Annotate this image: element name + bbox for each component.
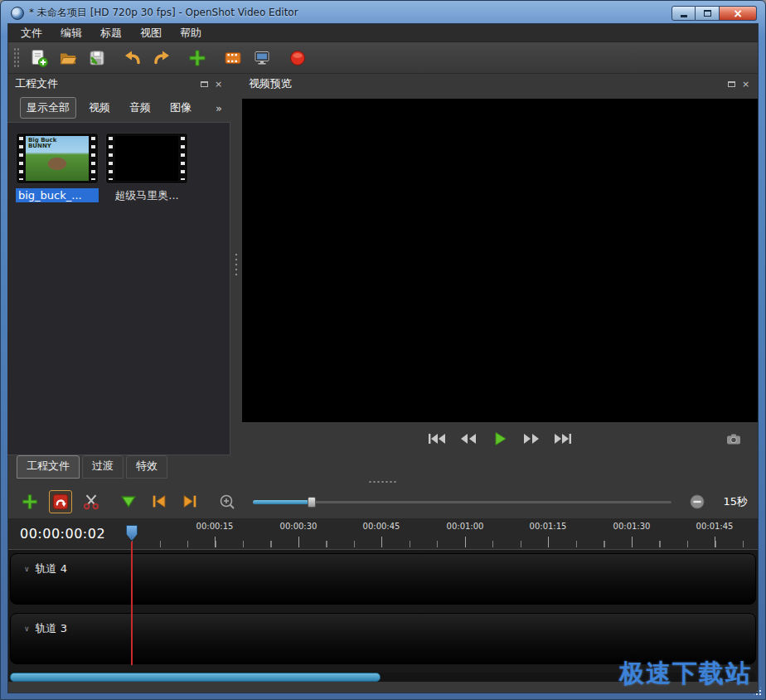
razor-button[interactable] bbox=[80, 490, 103, 513]
close-panel-button[interactable]: × bbox=[213, 79, 224, 90]
menubar: 文件 编辑 标题 视图 帮助 bbox=[8, 24, 758, 42]
open-project-button[interactable] bbox=[56, 46, 80, 70]
rewind-icon bbox=[458, 432, 478, 445]
choose-profile-button[interactable] bbox=[221, 46, 245, 70]
snapshot-button[interactable] bbox=[723, 431, 744, 446]
thumbnail-overlay-text: Big Buck BUNNY bbox=[28, 138, 61, 150]
add-marker-button[interactable] bbox=[117, 490, 140, 513]
add-track-button[interactable] bbox=[18, 490, 41, 513]
filter-show-all[interactable]: 显示全部 bbox=[20, 97, 76, 119]
file-thumbnail bbox=[105, 133, 188, 184]
bottom-tab-bar: 工程文件 过渡 特效 bbox=[8, 455, 758, 479]
undock-icon bbox=[201, 81, 208, 87]
import-files-icon bbox=[187, 48, 207, 68]
chevron-down-icon[interactable]: ∨ bbox=[24, 566, 30, 573]
zoom-out-button[interactable] bbox=[686, 490, 709, 513]
snapping-toggle-button[interactable] bbox=[49, 490, 72, 513]
scrollbar-thumb[interactable] bbox=[10, 673, 381, 682]
chevron-down-icon[interactable]: ∨ bbox=[24, 625, 30, 633]
maximize-button[interactable] bbox=[696, 6, 720, 21]
close-panel-button[interactable]: × bbox=[740, 79, 751, 90]
zoom-slider[interactable] bbox=[253, 494, 671, 509]
menu-item-view[interactable]: 视图 bbox=[131, 24, 171, 42]
toolbar-grip[interactable] bbox=[13, 47, 19, 69]
horizontal-splitter[interactable] bbox=[8, 479, 758, 485]
filter-audio[interactable]: 音频 bbox=[123, 97, 158, 119]
fullscreen-button[interactable] bbox=[250, 46, 274, 70]
minimize-button[interactable] bbox=[671, 6, 696, 21]
jump-start-icon bbox=[427, 432, 447, 445]
menu-item-edit[interactable]: 编辑 bbox=[51, 24, 91, 42]
titlebar[interactable]: * 未命名项目 [HD 720p 30 fps] - OpenShot Vide… bbox=[7, 1, 759, 23]
import-files-button[interactable] bbox=[185, 46, 210, 70]
menu-item-title[interactable]: 标题 bbox=[91, 24, 131, 42]
file-filters: 显示全部 视频 音频 图像 » bbox=[8, 94, 230, 122]
filter-video[interactable]: 视频 bbox=[82, 97, 117, 119]
filter-image[interactable]: 图像 bbox=[163, 97, 198, 119]
main-toolbar bbox=[8, 42, 758, 74]
minor-ticks bbox=[132, 541, 758, 547]
track-name: 轨道 3 bbox=[36, 621, 67, 636]
close-button[interactable]: × bbox=[720, 6, 757, 21]
choose-profile-icon bbox=[223, 48, 243, 68]
file-item-mario[interactable]: 超级马里奥... bbox=[104, 133, 190, 203]
redo-icon bbox=[152, 48, 172, 68]
ruler-label: 00:01:15 bbox=[530, 522, 567, 531]
playhead-line bbox=[131, 542, 133, 665]
play-button[interactable] bbox=[489, 431, 511, 446]
next-marker-icon bbox=[181, 493, 199, 511]
tab-transitions[interactable]: 过渡 bbox=[82, 455, 124, 479]
menu-item-file[interactable]: 文件 bbox=[12, 24, 51, 42]
undock-icon bbox=[728, 81, 735, 87]
video-preview-panel: 视频预览 × bbox=[242, 74, 758, 455]
vertical-splitter[interactable] bbox=[230, 74, 242, 455]
video-preview-screen bbox=[242, 99, 758, 422]
razor-scissors-icon bbox=[82, 493, 100, 511]
undo-icon bbox=[123, 48, 143, 68]
save-project-button[interactable] bbox=[85, 46, 109, 70]
open-project-icon bbox=[58, 48, 78, 68]
export-video-button[interactable] bbox=[285, 46, 310, 70]
rewind-button[interactable] bbox=[458, 431, 479, 446]
undock-panel-button[interactable] bbox=[199, 79, 210, 90]
project-files-header: 工程文件 × bbox=[8, 74, 230, 94]
next-marker-button[interactable] bbox=[178, 490, 201, 513]
zoom-out-icon bbox=[689, 493, 705, 510]
redo-button[interactable] bbox=[149, 46, 174, 70]
undo-button[interactable] bbox=[120, 46, 145, 70]
jump-end-button[interactable] bbox=[552, 431, 574, 446]
video-preview-header: 视频预览 × bbox=[242, 74, 758, 94]
slider-fill bbox=[253, 500, 312, 504]
tracks-area: ∨ 轨道 4 ∨ 轨道 3 bbox=[8, 550, 758, 664]
tab-effects[interactable]: 特效 bbox=[126, 455, 167, 479]
new-project-icon bbox=[29, 48, 49, 68]
track-name: 轨道 4 bbox=[36, 561, 67, 576]
splitter-grip-icon bbox=[368, 480, 398, 484]
fast-forward-button[interactable] bbox=[521, 431, 542, 446]
track-4[interactable]: ∨ 轨道 4 bbox=[10, 553, 756, 605]
timeline-ruler-row: 00:00:00:02 00:00:15 00:00:30 00:00:45 0… bbox=[8, 518, 758, 550]
window-controls: × bbox=[671, 6, 757, 21]
new-project-button[interactable] bbox=[27, 46, 51, 70]
project-files-title: 工程文件 bbox=[15, 76, 58, 91]
file-item-big-buck[interactable]: Big Buck BUNNY big_buck_... bbox=[14, 133, 100, 203]
tab-project-files[interactable]: 工程文件 bbox=[17, 455, 80, 479]
undock-panel-button[interactable] bbox=[726, 79, 737, 90]
previous-marker-button[interactable] bbox=[148, 490, 171, 513]
jump-start-button[interactable] bbox=[426, 431, 448, 446]
filter-overflow-button[interactable]: » bbox=[216, 102, 222, 114]
current-time-display: 00:00:00:02 bbox=[8, 518, 124, 549]
track-label: ∨ 轨道 4 bbox=[24, 561, 67, 576]
save-project-icon bbox=[87, 48, 107, 68]
ruler-label: 00:01:00 bbox=[447, 522, 484, 531]
app-icon bbox=[11, 7, 24, 20]
timeline-ruler[interactable]: 00:00:15 00:00:30 00:00:45 00:01:00 00:0… bbox=[124, 518, 758, 549]
slider-handle[interactable] bbox=[308, 497, 316, 508]
zoom-in-icon bbox=[219, 493, 235, 510]
menu-item-help[interactable]: 帮助 bbox=[171, 24, 211, 42]
mario-thumbnail-image bbox=[115, 136, 178, 181]
close-panel-icon: × bbox=[215, 80, 222, 89]
ruler-label: 00:01:30 bbox=[613, 522, 651, 531]
zoom-in-button[interactable] bbox=[216, 490, 239, 513]
file-label: big_buck_... bbox=[16, 188, 99, 202]
